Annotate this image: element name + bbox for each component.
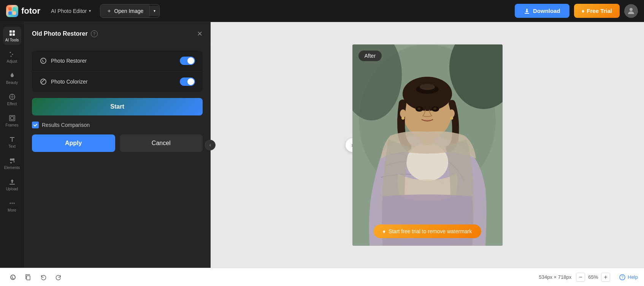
watermark-banner[interactable]: ♦ Start free trial to remove watermark: [374, 224, 481, 238]
chevron-down-icon: ▾: [154, 9, 155, 13]
svg-rect-2: [8, 11, 12, 15]
svg-point-18: [10, 203, 11, 204]
sidebar-item-adjust[interactable]: Adjust: [3, 48, 21, 66]
svg-point-11: [12, 54, 13, 55]
sidebar-item-label: AI Tools: [5, 38, 19, 42]
svg-rect-15: [11, 117, 14, 120]
image-container: › After: [352, 44, 503, 246]
photo-restorer-label: Photo Restorer: [51, 58, 87, 64]
svg-point-20: [13, 203, 14, 204]
open-image-label: Open Image: [114, 8, 143, 14]
canvas-area: › After: [211, 22, 644, 268]
sidebar-item-label: Frames: [6, 123, 19, 127]
sidebar: AI Tools Adjust Beauty Effect Frames Tex…: [0, 22, 24, 268]
photo-colorizer-toggle[interactable]: [180, 77, 195, 86]
results-comparison-checkbox[interactable]: [32, 122, 39, 128]
ai-editor-label: AI Photo Editor: [51, 8, 87, 14]
photo-frame: After: [352, 44, 503, 246]
copy-button[interactable]: [21, 270, 35, 284]
help-label: Help: [628, 274, 638, 280]
zoom-out-button[interactable]: −: [576, 273, 585, 282]
sidebar-item-label: Beauty: [6, 81, 18, 85]
zoom-level: 65%: [588, 274, 598, 280]
panel-title: Old Photo Restorer: [32, 30, 88, 37]
plus-icon: ＋: [106, 8, 112, 14]
ai-editor-button[interactable]: AI Photo Editor ▾: [46, 6, 95, 16]
svg-point-19: [11, 203, 13, 204]
svg-point-38: [450, 117, 453, 120]
svg-point-34: [433, 107, 436, 110]
redo-button[interactable]: [52, 270, 65, 284]
close-button[interactable]: ✕: [197, 30, 203, 38]
apply-button[interactable]: Apply: [32, 134, 115, 152]
zoom-control: − 65% +: [576, 273, 610, 282]
sidebar-item-effect[interactable]: Effect: [3, 90, 21, 109]
sidebar-item-label: Upload: [6, 187, 18, 191]
after-badge: After: [358, 51, 382, 61]
diamond-icon: ♦: [582, 8, 585, 14]
diamond-icon: ♦: [383, 228, 385, 234]
sidebar-item-more[interactable]: More: [3, 197, 21, 215]
svg-rect-3: [13, 11, 16, 15]
sidebar-item-elements[interactable]: Elements: [3, 154, 21, 172]
svg-rect-9: [13, 33, 15, 36]
chevron-down-icon: ▾: [89, 9, 91, 13]
svg-point-10: [10, 52, 11, 53]
photo-restorer-toggle[interactable]: [180, 57, 195, 65]
logo-icon: [6, 5, 18, 17]
header: fotor AI Photo Editor ▾ ＋ Open Image ▾ D…: [0, 0, 644, 22]
results-comparison-label: Results Comparison: [42, 122, 90, 128]
tool-section: Photo Restorer Photo Colorizer: [32, 51, 203, 92]
results-comparison-row: Results Comparison: [32, 122, 203, 134]
main-content: AI Tools Adjust Beauty Effect Frames Tex…: [0, 22, 644, 268]
panel-header: Old Photo Restorer ? ✕: [24, 22, 210, 44]
svg-point-33: [417, 107, 420, 110]
undo-button[interactable]: [36, 270, 50, 284]
download-label: Download: [533, 8, 560, 14]
start-button[interactable]: Start: [32, 98, 203, 115]
open-image-button[interactable]: ＋ Open Image: [100, 5, 149, 17]
collapse-panel-button[interactable]: ‹: [205, 140, 216, 150]
restored-photo: [352, 44, 503, 246]
help-link[interactable]: ? Help: [619, 274, 638, 280]
svg-rect-7: [13, 30, 15, 33]
bottom-bar: 534px × 718px − 65% + ? Help: [0, 268, 644, 286]
svg-point-36: [449, 109, 455, 118]
sidebar-item-upload[interactable]: Upload: [3, 175, 21, 194]
open-image-dropdown-button[interactable]: ▾: [149, 6, 159, 16]
zoom-in-button[interactable]: +: [601, 273, 610, 282]
sidebar-item-label: Elements: [4, 166, 20, 170]
svg-point-5: [630, 8, 633, 11]
svg-point-12: [10, 56, 11, 57]
panel-content: Photo Restorer Photo Colorizer Start: [24, 44, 210, 158]
sidebar-item-ai-tools[interactable]: AI Tools: [3, 27, 21, 45]
sidebar-item-text[interactable]: Text: [3, 133, 21, 151]
download-icon: [524, 8, 530, 14]
download-button[interactable]: Download: [515, 4, 569, 18]
left-panel: Old Photo Restorer ? ✕ Photo Restorer: [24, 22, 211, 268]
sidebar-item-label: More: [8, 208, 16, 212]
image-size: 534px × 718px: [539, 274, 572, 280]
bottom-tools: [6, 270, 65, 284]
help-icon[interactable]: ?: [91, 30, 98, 37]
sidebar-item-frames[interactable]: Frames: [3, 112, 21, 130]
svg-rect-1: [13, 7, 16, 11]
svg-rect-6: [10, 30, 12, 33]
history-button[interactable]: [6, 270, 20, 284]
svg-rect-0: [8, 7, 12, 11]
sidebar-item-label: Adjust: [7, 59, 17, 63]
action-row: Apply Cancel: [32, 134, 203, 152]
image-info: 534px × 718px − 65% +: [539, 273, 611, 282]
free-trial-button[interactable]: ♦ Free Trial: [574, 4, 620, 18]
sidebar-item-label: Text: [8, 144, 15, 149]
photo-restorer-icon: [40, 57, 47, 65]
svg-rect-4: [525, 13, 529, 14]
photo-colorizer-item: Photo Colorizer: [32, 71, 203, 92]
photo-colorizer-label: Photo Colorizer: [51, 79, 88, 85]
avatar[interactable]: [624, 4, 638, 18]
svg-text:?: ?: [621, 275, 623, 280]
svg-point-35: [400, 109, 406, 118]
cancel-button[interactable]: Cancel: [120, 134, 203, 152]
sidebar-item-beauty[interactable]: Beauty: [3, 69, 21, 87]
watermark-text: Start free trial to remove watermark: [389, 228, 472, 234]
